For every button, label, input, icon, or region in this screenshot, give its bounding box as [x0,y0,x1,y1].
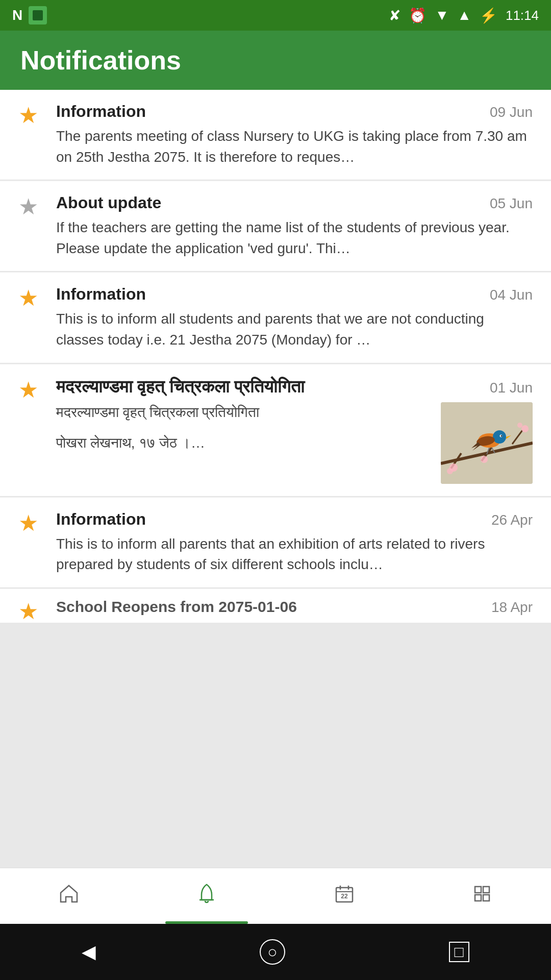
app-logo-n: N [12,7,22,23]
app-logo-box [29,6,47,24]
notification-date-2: 05 Jun [490,195,533,212]
notification-body-4a: मदरल्याण्डमा वृहत् चित्रकला प्रतियोगिता [56,402,433,423]
notification-image-4 [441,402,533,484]
notification-body-1: The parents meeting of class Nursery to … [56,126,533,167]
notification-list: ★ Information 09 Jun The parents meeting… [0,90,551,623]
star-icon-2[interactable]: ★ [18,195,38,218]
notification-item-3[interactable]: ★ Information 04 Jun This is to inform a… [0,273,551,363]
star-col-3[interactable]: ★ [0,285,56,309]
bottom-nav: 22 [0,868,551,924]
notification-item-2[interactable]: ★ About update 05 Jun If the teachers ar… [0,181,551,272]
notification-header-1: Information 09 Jun [56,102,533,121]
notification-body-5: This is to inform all parents that an ex… [56,534,533,575]
notification-date-1: 09 Jun [490,104,533,120]
nav-grid[interactable] [413,868,551,924]
star-icon-4[interactable]: ★ [18,379,38,401]
notification-date-6: 18 Apr [491,599,533,616]
notification-header-5: Information 26 Apr [56,510,533,529]
notification-title-3: Information [56,285,146,304]
bluetooth-icon: ✘ [389,7,400,24]
notification-content-4: मदरल्याण्डमा वृहत् चित्रकला प्रतियोगिता … [56,377,541,484]
star-col-4[interactable]: ★ [0,377,56,401]
svg-point-7 [481,456,488,463]
star-col-2[interactable]: ★ [0,193,56,218]
notification-body-2: If the teachers are getting the name lis… [56,217,533,259]
notification-date-3: 04 Jun [490,287,533,303]
notification-date-5: 26 Apr [491,512,533,528]
wifi-icon: ▼ [435,7,449,23]
svg-rect-28 [483,895,489,901]
svg-point-6 [447,468,453,474]
svg-text:22: 22 [341,893,348,900]
calendar-icon: 22 [333,883,356,910]
svg-point-11 [493,430,506,444]
nav-home[interactable] [0,868,138,924]
svg-rect-27 [475,895,481,901]
nav-calendar[interactable]: 22 [276,868,413,924]
page-title: Notifications [20,45,531,76]
recents-button[interactable]: □ [449,942,469,962]
svg-rect-25 [475,887,481,893]
notification-body-4b: पोखरा लेखनाथ, १७ जेठ ।… [56,433,433,454]
notification-item-1[interactable]: ★ Information 09 Jun The parents meeting… [0,90,551,180]
star-col-6[interactable]: ★ [0,598,56,623]
svg-point-9 [517,423,522,428]
back-button[interactable]: ◀ [82,941,96,963]
status-left-icons: N [12,6,47,24]
status-time: 11:14 [506,8,539,23]
svg-point-8 [521,425,529,432]
notification-content-3: Information 04 Jun This is to inform all… [56,285,541,350]
grid-icon [471,883,493,910]
status-bar: N ✘ ⏰ ▼ ▲ ⚡ 11:14 [0,0,551,31]
notification-header-4: मदरल्याण्डमा वृहत् चित्रकला प्रतियोगिता … [56,377,533,397]
notification-title-2: About update [56,193,161,212]
svg-point-14 [501,435,503,436]
star-icon-5[interactable]: ★ [18,512,38,534]
notification-content-5: Information 26 Apr This is to inform all… [56,510,541,575]
android-nav: ◀ ○ □ [0,924,551,980]
bell-icon [195,883,218,910]
home-button[interactable]: ○ [260,939,285,965]
notification-header-6: School Reopens from 2075-01-06 18 Apr [56,598,533,616]
notification-item-6[interactable]: ★ School Reopens from 2075-01-06 18 Apr [0,589,551,623]
notification-body-3: This is to inform all students and paren… [56,309,533,350]
app-logo-inner [33,10,43,20]
star-col-5[interactable]: ★ [0,510,56,534]
star-icon-3[interactable]: ★ [18,287,38,309]
notification-content-6: School Reopens from 2075-01-06 18 Apr [56,598,541,621]
page-header: Notifications [0,31,551,90]
alarm-icon: ⏰ [409,7,427,24]
notification-header-3: Information 04 Jun [56,285,533,304]
star-icon-1[interactable]: ★ [18,104,38,127]
notification-text-4: मदरल्याण्डमा वृहत् चित्रकला प्रतियोगिता … [56,402,433,454]
notification-title-4: मदरल्याण्डमा वृहत् चित्रकला प्रतियोगिता [56,377,305,397]
notification-item-5[interactable]: ★ Information 26 Apr This is to inform a… [0,498,551,588]
notification-title-1: Information [56,102,146,121]
battery-icon: ⚡ [480,7,497,24]
notification-content-1: Information 09 Jun The parents meeting o… [56,102,541,167]
notification-title-5: Information [56,510,146,529]
home-icon [58,883,80,910]
notification-title-6: School Reopens from 2075-01-06 [56,598,297,616]
nav-notifications[interactable] [138,868,276,924]
star-col-1[interactable]: ★ [0,102,56,127]
notification-body-row-4: मदरल्याण्डमा वृहत् चित्रकला प्रतियोगिता … [56,402,533,484]
svg-rect-26 [483,887,489,893]
notification-content-2: About update 05 Jun If the teachers are … [56,193,541,259]
status-right-icons: ✘ ⏰ ▼ ▲ ⚡ 11:14 [389,7,539,24]
notification-item-4[interactable]: ★ मदरल्याण्डमा वृहत् चित्रकला प्रतियोगित… [0,364,551,497]
signal-icon: ▲ [457,7,471,23]
notification-date-4: 01 Jun [490,380,533,396]
star-icon-6[interactable]: ★ [18,600,38,623]
notification-header-2: About update 05 Jun [56,193,533,212]
